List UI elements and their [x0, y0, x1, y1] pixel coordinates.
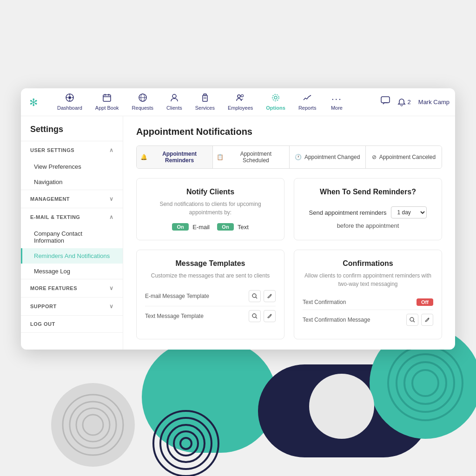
svg-point-40 [272, 94, 279, 101]
confirm-message-edit-btn[interactable] [421, 314, 433, 326]
support-chevron: ∨ [109, 303, 114, 310]
svg-point-44 [252, 314, 256, 317]
management-header[interactable]: MANAGEMENT ∨ [21, 190, 123, 208]
logo[interactable]: ✻ [26, 93, 45, 112]
user-settings-header[interactable]: USER SETTINGS ∧ [21, 141, 123, 159]
user-name: Mark Camp [418, 99, 450, 106]
timing-select[interactable]: 1 day 2 days 3 days 1 week [391, 206, 427, 218]
email-template-row: E-mail Message Template [145, 286, 276, 306]
chat-icon[interactable] [381, 96, 390, 108]
tab-changed-label: Appointment Changed [304, 154, 360, 160]
sidebar-item-view-preferences[interactable]: View Preferences [21, 159, 123, 174]
message-templates-panel: Message Templates Customize the messages… [136, 250, 284, 339]
nav-options-label: Options [266, 105, 285, 111]
confirmations-panel: Confirmations Allow clients to confirm a… [294, 250, 442, 339]
svg-rect-41 [381, 97, 390, 103]
email-toggle[interactable]: On [172, 223, 189, 231]
email-template-search-btn[interactable] [249, 290, 261, 302]
svg-point-4 [309, 374, 374, 439]
confirm-message-actions [406, 314, 433, 326]
more-icon: ··· [331, 93, 342, 104]
email-texting-header[interactable]: E-MAIL & TEXTING ∧ [21, 208, 123, 226]
requests-icon [139, 93, 147, 104]
sidebar-section-support: SUPPORT ∨ [21, 298, 123, 316]
logout-label: LOG OUT [30, 321, 55, 327]
confirmations-subtitle: Allow clients to confirm appointment rem… [303, 271, 433, 288]
text-template-edit-btn[interactable] [264, 310, 276, 322]
sidebar-item-navigation[interactable]: Navigation [21, 174, 123, 190]
tab-canceled-icon: ⊘ [372, 154, 377, 160]
employees-icon [236, 93, 245, 104]
top-navigation: ✻ Dashboard [21, 88, 455, 116]
text-toggle[interactable]: On [217, 223, 234, 231]
nav-appt-book[interactable]: Appt Book [89, 90, 126, 114]
nav-requests[interactable]: Requests [126, 90, 160, 114]
page-title: Appointment Notifications [136, 126, 442, 137]
notification-tabs: 🔔 Appointment Reminders 📋 Appointment Sc… [136, 145, 442, 169]
svg-rect-25 [103, 95, 111, 101]
more-features-header[interactable]: MORE FEATURES ∨ [21, 279, 123, 297]
email-label: E-mail [192, 224, 210, 231]
svg-line-47 [413, 321, 415, 322]
tab-reminders-label: Appointment Reminders [150, 151, 209, 164]
nav-dashboard[interactable]: Dashboard [51, 90, 89, 114]
text-template-actions [249, 310, 276, 322]
tab-scheduled[interactable]: 📋 Appointment Scheduled [213, 146, 289, 168]
main-card: ✻ Dashboard [21, 88, 455, 350]
options-icon [271, 93, 280, 104]
templates-title: Message Templates [145, 259, 276, 268]
tab-canceled[interactable]: ⊘ Appointment Canceled [366, 146, 442, 168]
tab-changed[interactable]: 🕐 Appointment Changed [290, 146, 366, 168]
reports-icon [303, 93, 311, 104]
nav-more-label: More [331, 105, 343, 111]
notification-bell[interactable]: 2 [397, 98, 411, 106]
nav-services[interactable]: Services [189, 90, 221, 114]
sidebar-settings-title: Settings [21, 116, 123, 141]
clients-icon [170, 93, 178, 104]
text-template-label: Text Message Template [145, 313, 204, 319]
svg-point-39 [274, 96, 277, 99]
nav-clients[interactable]: Clients [160, 90, 189, 114]
text-confirm-message-row: Text Confirmation Message [303, 310, 433, 330]
nav-clients-label: Clients [166, 105, 182, 111]
text-confirm-message-label: Text Confirmation Message [303, 317, 370, 323]
sidebar-item-company-contact[interactable]: Company Contact Information [21, 226, 123, 248]
svg-point-20 [68, 96, 71, 99]
notify-clients-title: Notify Clients [145, 188, 276, 196]
text-confirmation-row: Text Confirmation Off [303, 295, 433, 310]
logout-button[interactable]: LOG OUT [21, 316, 123, 332]
svg-point-38 [241, 95, 244, 97]
nav-reports[interactable]: Reports [292, 90, 323, 114]
main-content: Appointment Notifications 🔔 Appointment … [123, 116, 455, 350]
sidebar-logout-section: LOG OUT [21, 316, 123, 333]
notification-count: 2 [408, 99, 411, 106]
sidebar-item-message-log[interactable]: Message Log [21, 264, 123, 279]
email-template-edit-btn[interactable] [264, 290, 276, 302]
support-label: SUPPORT [30, 304, 57, 309]
sidebar-item-reminders[interactable]: Reminders And Notifications [21, 248, 123, 264]
send-label: Send appointment reminders [309, 209, 387, 216]
nav-reports-label: Reports [298, 105, 317, 111]
support-header[interactable]: SUPPORT ∨ [21, 298, 123, 315]
sidebar-section-email-texting: E-MAIL & TEXTING ∧ Company Contact Infor… [21, 208, 123, 279]
text-confirmation-toggle[interactable]: Off [416, 298, 433, 306]
email-toggle-group: On E-mail [172, 223, 210, 231]
sidebar: Settings USER SETTINGS ∧ View Preference… [21, 116, 123, 350]
reminders-timing-panel: When To Send Reminders? Send appointment… [294, 178, 442, 240]
services-icon [201, 93, 209, 104]
nav-more[interactable]: ··· More [323, 90, 350, 114]
email-texting-chevron: ∧ [109, 214, 114, 220]
svg-point-37 [238, 95, 240, 98]
nav-employees[interactable]: Employees [221, 90, 259, 114]
tab-changed-icon: 🕐 [295, 154, 302, 160]
text-confirmation-label: Text Confirmation [303, 299, 346, 305]
text-template-search-btn[interactable] [249, 310, 261, 322]
dashboard-icon [66, 93, 74, 104]
text-label: Text [238, 224, 249, 231]
tab-reminders[interactable]: 🔔 Appointment Reminders [137, 146, 213, 168]
management-label: MANAGEMENT [30, 196, 70, 202]
sidebar-section-more-features: MORE FEATURES ∨ [21, 279, 123, 298]
nav-options[interactable]: Options [259, 90, 292, 114]
more-features-label: MORE FEATURES [30, 285, 77, 291]
confirm-message-search-btn[interactable] [406, 314, 418, 326]
